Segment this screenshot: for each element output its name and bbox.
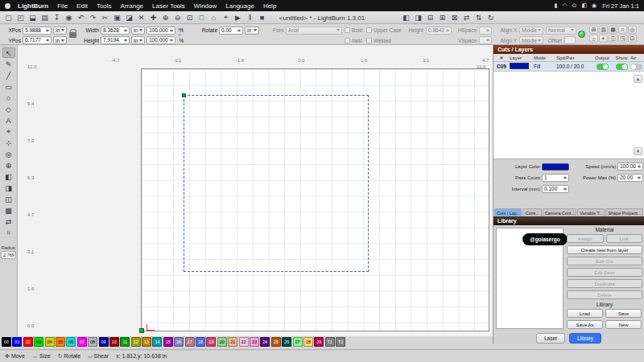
layer-up-button[interactable]: ▲: [634, 75, 642, 83]
palette-color[interactable]: 18: [196, 337, 205, 347]
palette-color[interactable]: 11: [120, 337, 130, 347]
offset-tool[interactable]: ◎: [2, 149, 15, 159]
palette-color[interactable]: 08: [88, 337, 97, 347]
palette-color[interactable]: 23: [250, 337, 259, 347]
weld-tool[interactable]: ⊕: [2, 160, 15, 171]
palette-color[interactable]: 25: [271, 337, 281, 347]
palette-color[interactable]: 01: [12, 337, 22, 347]
home-view-icon[interactable]: ⌂: [589, 35, 598, 43]
power-max-field[interactable]: 20.00: [617, 174, 643, 182]
work-area[interactable]: [141, 68, 489, 331]
align-right-icon[interactable]: ◨: [413, 12, 423, 23]
text-tool[interactable]: A: [2, 115, 15, 125]
layer-color-swatch[interactable]: [510, 63, 529, 69]
select-tool[interactable]: ↖: [2, 47, 15, 58]
menu-item[interactable]: Edit: [76, 2, 88, 10]
menu-item[interactable]: Language: [225, 2, 254, 10]
height-percent-field[interactable]: 100.000: [147, 36, 175, 44]
palette-color[interactable]: 05: [56, 337, 65, 347]
palette-color[interactable]: T2: [336, 337, 345, 347]
height-field[interactable]: 7.9194: [101, 36, 130, 44]
palette-color[interactable]: 26: [282, 337, 291, 347]
layer-mode[interactable]: Fill: [534, 64, 556, 69]
link-percent-icon[interactable]: ∞: [178, 32, 181, 37]
polygon-tool[interactable]: ◇: [2, 104, 15, 114]
palette-color[interactable]: 20: [217, 337, 227, 347]
air-toggle[interactable]: [630, 64, 642, 70]
palette-color[interactable]: 22: [239, 337, 249, 347]
palette-color[interactable]: 13: [142, 337, 151, 347]
palette-color[interactable]: 15: [163, 337, 173, 347]
panel-tab[interactable]: Cuts / Lay...: [494, 208, 522, 216]
speed-field[interactable]: 100.00: [617, 162, 643, 171]
library-file-button[interactable]: New: [605, 320, 642, 329]
shape-start-handle[interactable]: [182, 93, 186, 97]
mirror-v-icon[interactable]: ⇅: [473, 12, 484, 23]
intersect-tool[interactable]: ◫: [2, 194, 15, 204]
aspect-link-icons[interactable]: ∞∞: [178, 27, 181, 37]
rotate-field[interactable]: 0.00: [219, 27, 243, 35]
position-lock-icon[interactable]: [69, 32, 76, 38]
palette-color[interactable]: 28: [303, 337, 313, 347]
layout-icon[interactable]: ◳: [618, 35, 627, 43]
grid-icon[interactable]: ▦: [609, 26, 617, 34]
selection-rect[interactable]: [184, 95, 369, 272]
menu-item[interactable]: Tools: [97, 2, 112, 10]
ellipse-tool[interactable]: ○: [2, 93, 15, 103]
palette-color[interactable]: 12: [131, 337, 141, 347]
palette-color[interactable]: 03: [34, 337, 43, 347]
palette-color[interactable]: 16: [174, 337, 184, 347]
distribute-icon[interactable]: ⊟: [425, 12, 436, 23]
palette-color[interactable]: 17: [185, 337, 195, 347]
panel-tab[interactable]: Cons...: [522, 208, 541, 216]
library-file-button[interactable]: Save: [605, 309, 642, 318]
group-icon[interactable]: ⊞: [437, 12, 448, 23]
link-width-height-icon[interactable]: ∞: [178, 27, 181, 31]
palette-color[interactable]: 09: [99, 337, 109, 347]
bottom-tab[interactable]: Laser: [536, 333, 565, 343]
palette-color[interactable]: 24: [260, 337, 270, 347]
siri-icon[interactable]: ◉: [592, 2, 597, 9]
panel-tab[interactable]: Shape Properti...: [605, 208, 643, 216]
node-edit-tool[interactable]: ⊹: [2, 138, 15, 148]
frame-view-icon[interactable]: ⊞: [589, 26, 598, 34]
xpos-field[interactable]: 5.9888: [23, 27, 52, 35]
library-action-button[interactable]: Edit Desc: [567, 268, 642, 277]
palette-color[interactable]: 19: [206, 337, 216, 347]
layer-row[interactable]: C09 Fill 100.0 / 20.0: [493, 62, 644, 72]
bottom-tab[interactable]: Library: [569, 333, 601, 343]
line-tool[interactable]: ╱: [2, 70, 15, 80]
rulers-icon[interactable]: ▥: [599, 26, 608, 34]
union-tool[interactable]: ◧: [2, 171, 15, 182]
mirror-tool[interactable]: ⇄: [2, 216, 15, 227]
layer-color-button[interactable]: [542, 163, 569, 171]
menu-item[interactable]: Window: [194, 2, 217, 10]
dock-icon[interactable]: ◫: [609, 35, 617, 43]
menu-item[interactable]: File: [57, 2, 68, 10]
interval-field[interactable]: 0.100: [542, 185, 569, 193]
menu-item[interactable]: Arrange: [121, 2, 143, 10]
palette-color[interactable]: 21: [228, 337, 237, 347]
width-percent-field[interactable]: 100.000: [147, 27, 175, 35]
menubar-clock[interactable]: Fri 27 Jan 1:1: [602, 2, 639, 10]
menu-item[interactable]: Laser Tools: [152, 2, 185, 10]
library-file-button[interactable]: Load: [567, 309, 603, 318]
ypos-unit-dropdown[interactable]: in: [53, 36, 67, 44]
battery-icon[interactable]: ▮: [555, 2, 558, 9]
apple-logo-icon[interactable]: [5, 3, 10, 9]
palette-color[interactable]: 27: [293, 337, 303, 347]
pass-count-field[interactable]: 1: [542, 174, 569, 182]
width-unit-dropdown[interactable]: in: [131, 27, 145, 35]
rectangle-tool[interactable]: ▭: [2, 81, 15, 92]
palette-color[interactable]: 10: [109, 337, 119, 347]
palette-color[interactable]: T1: [325, 337, 335, 347]
xpos-unit-dropdown[interactable]: in: [53, 27, 67, 35]
draw-lines-tool[interactable]: ✎: [2, 59, 15, 69]
ypos-field[interactable]: 6.7177: [23, 36, 52, 44]
subtract-tool[interactable]: ◨: [2, 183, 15, 193]
preview-icon[interactable]: ◎: [628, 26, 637, 34]
menu-item[interactable]: LightBurn: [18, 2, 48, 10]
snap-icon[interactable]: ⌗: [618, 26, 627, 34]
library-action-button[interactable]: Duplicate: [567, 279, 642, 288]
palette-color[interactable]: 02: [23, 337, 33, 347]
